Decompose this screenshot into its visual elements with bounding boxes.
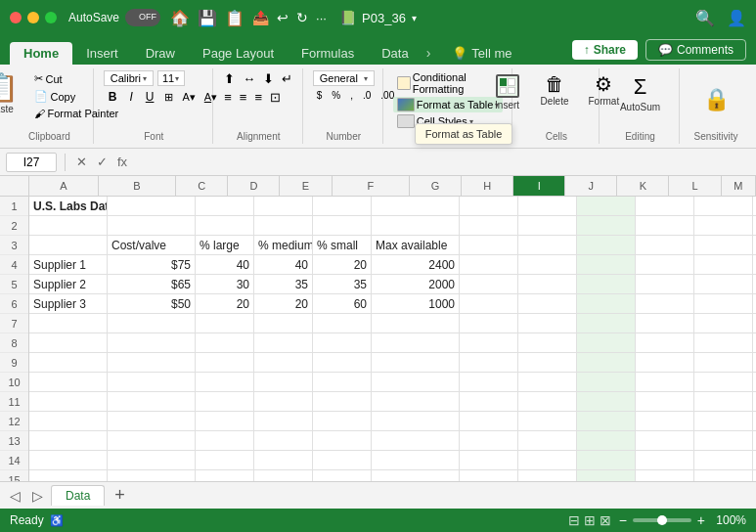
cell-H8[interactable] <box>518 333 577 353</box>
col-header-F[interactable]: F <box>333 176 411 196</box>
tabs-more-icon[interactable]: › <box>422 41 435 65</box>
percent-button[interactable]: % <box>328 88 344 103</box>
cell-I4[interactable] <box>577 255 636 275</box>
cell-H13[interactable] <box>518 431 577 451</box>
cell-B10[interactable] <box>108 373 196 392</box>
cell-F12[interactable] <box>372 412 460 431</box>
cell-A2[interactable] <box>29 216 108 236</box>
tab-draw[interactable]: Draw <box>132 42 189 65</box>
row-num-7[interactable]: 7 <box>0 314 28 333</box>
cell-K9[interactable] <box>694 353 753 373</box>
row-num-5[interactable]: 5 <box>0 275 28 294</box>
delete-cells-button[interactable]: 🗑 Delete <box>533 70 577 111</box>
tab-page-layout[interactable]: Page Layout <box>189 42 288 65</box>
align-center-button[interactable]: ≡ <box>237 89 250 106</box>
align-middle-button[interactable]: ↔ <box>240 70 258 87</box>
page-break-view-button[interactable]: ⊠ <box>600 512 611 528</box>
cell-C13[interactable] <box>196 431 254 451</box>
cell-F8[interactable] <box>372 333 460 353</box>
cell-C10[interactable] <box>196 373 254 392</box>
cell-J6[interactable] <box>636 294 694 314</box>
cell-G12[interactable] <box>460 412 518 431</box>
cell-K13[interactable] <box>694 431 753 451</box>
editing-icon-area[interactable]: Σ AutoSum <box>612 70 668 116</box>
currency-button[interactable]: $ <box>313 88 327 103</box>
cell-A3[interactable] <box>29 236 108 255</box>
cell-I6[interactable] <box>577 294 636 314</box>
cell-C1[interactable] <box>196 197 254 216</box>
cell-J7[interactable] <box>636 314 694 333</box>
cell-G6[interactable] <box>460 294 518 314</box>
cell-I5[interactable] <box>577 275 636 294</box>
cell-G5[interactable] <box>460 275 518 294</box>
row-num-6[interactable]: 6 <box>0 294 28 314</box>
cell-I1[interactable] <box>577 197 636 216</box>
tab-data[interactable]: Data <box>368 42 422 65</box>
tab-prev-button[interactable]: ◁ <box>6 488 24 504</box>
cell-A9[interactable] <box>29 353 108 373</box>
cell-B6[interactable]: $50 <box>108 294 196 314</box>
cell-B5[interactable]: $65 <box>108 275 196 294</box>
align-right-button[interactable]: ≡ <box>251 89 265 106</box>
cell-C11[interactable] <box>196 392 254 412</box>
cell-C6[interactable]: 20 <box>196 294 254 314</box>
cell-I9[interactable] <box>577 353 636 373</box>
cell-I12[interactable] <box>577 412 636 431</box>
cell-H2[interactable] <box>518 216 577 236</box>
row-num-2[interactable]: 2 <box>0 216 28 236</box>
cell-F11[interactable] <box>372 392 460 412</box>
accessibility-icon[interactable]: ♿ <box>50 514 64 527</box>
cell-A13[interactable] <box>29 431 108 451</box>
cell-D14[interactable] <box>254 451 313 470</box>
tab-home[interactable]: Home <box>10 42 72 65</box>
col-header-D[interactable]: D <box>228 176 280 196</box>
cell-I11[interactable] <box>577 392 636 412</box>
cell-F3[interactable]: Max available <box>372 236 460 255</box>
cell-H1[interactable] <box>518 197 577 216</box>
cell-E5[interactable]: 35 <box>313 275 372 294</box>
col-header-A[interactable]: A <box>29 176 99 196</box>
cell-F15[interactable] <box>372 470 460 481</box>
page-layout-view-button[interactable]: ⊞ <box>584 512 596 528</box>
cell-K2[interactable] <box>694 216 753 236</box>
cell-K1[interactable] <box>694 197 753 216</box>
cell-H9[interactable] <box>518 353 577 373</box>
col-header-C[interactable]: C <box>176 176 228 196</box>
cell-B8[interactable] <box>108 333 196 353</box>
tell-me-area[interactable]: 💡 Tell me <box>442 42 521 65</box>
cell-E9[interactable] <box>313 353 372 373</box>
cell-J8[interactable] <box>636 333 694 353</box>
cell-F9[interactable] <box>372 353 460 373</box>
cell-J15[interactable] <box>636 470 694 481</box>
more-icon[interactable]: ··· <box>316 11 327 25</box>
cell-C5[interactable]: 30 <box>196 275 254 294</box>
cell-A6[interactable]: Supplier 3 <box>29 294 108 314</box>
cell-K12[interactable] <box>694 412 753 431</box>
zoom-out-button[interactable]: − <box>619 512 627 528</box>
cell-A12[interactable] <box>29 412 108 431</box>
font-size-dropdown[interactable]: 11▾ <box>157 70 185 86</box>
align-left-button[interactable]: ≡ <box>221 89 235 106</box>
underline-button[interactable]: U <box>141 88 159 106</box>
cell-K11[interactable] <box>694 392 753 412</box>
cell-E13[interactable] <box>313 431 372 451</box>
cell-J5[interactable] <box>636 275 694 294</box>
cell-F5[interactable]: 2000 <box>372 275 460 294</box>
italic-button[interactable]: I <box>124 88 137 106</box>
undo-icon[interactable]: ↩ <box>277 10 289 25</box>
export-icon[interactable]: 📤 <box>252 10 269 25</box>
cell-F4[interactable]: 2400 <box>372 255 460 275</box>
cell-J10[interactable] <box>636 373 694 392</box>
cell-C8[interactable] <box>196 333 254 353</box>
cell-D10[interactable] <box>254 373 313 392</box>
cell-A5[interactable]: Supplier 2 <box>29 275 108 294</box>
cell-E15[interactable] <box>313 470 372 481</box>
col-header-E[interactable]: E <box>280 176 332 196</box>
cell-G3[interactable] <box>460 236 518 255</box>
cell-E1[interactable] <box>313 197 372 216</box>
row-num-12[interactable]: 12 <box>0 412 28 431</box>
cell-G7[interactable] <box>460 314 518 333</box>
border-button[interactable]: ⊞ <box>161 90 176 105</box>
cell-I7[interactable] <box>577 314 636 333</box>
row-num-13[interactable]: 13 <box>0 431 28 451</box>
